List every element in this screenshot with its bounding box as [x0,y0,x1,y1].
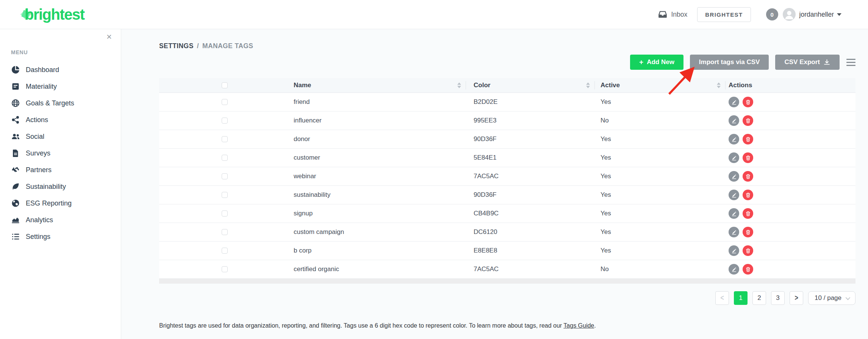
pagination-prev-button[interactable]: < [715,291,729,305]
pagination-page-2[interactable]: 2 [752,291,766,305]
tag-name: webinar [290,167,466,185]
tag-active: Yes [595,186,726,204]
tag-color: 90D36F [466,130,595,148]
trash-icon [745,192,751,198]
edit-tag-button[interactable] [729,97,739,107]
tag-active: Yes [595,167,726,185]
sort-icon[interactable] [717,83,721,88]
table-row: custom campaign DC6120 Yes [159,223,855,242]
pencil-icon [731,210,737,217]
column-header-color: Color [474,82,490,89]
tag-active: No [595,260,726,278]
sidebar-item-social[interactable]: Social [0,128,121,145]
sidebar-item-goals-targets[interactable]: Goals & Targets [0,95,121,111]
sidebar-item-partners[interactable]: Partners [0,162,121,178]
trash-icon [745,229,751,235]
close-icon[interactable]: × [106,31,112,42]
pagination-page-3[interactable]: 3 [771,291,785,305]
avatar[interactable] [783,8,796,21]
inbox-label: Inbox [671,11,687,19]
share-nodes-icon [11,115,20,124]
sidebar-item-materiality[interactable]: Materiality [0,78,121,95]
trash-icon [745,118,751,124]
brightest-logo[interactable]: brightest [17,5,84,24]
sidebar-item-actions[interactable]: Actions [0,111,121,128]
edit-tag-button[interactable] [729,227,739,237]
row-checkbox[interactable] [222,118,228,124]
row-checkbox[interactable] [222,173,228,179]
row-checkbox[interactable] [222,192,228,198]
sidebar-item-label: Social [26,133,44,141]
notification-badge: 0 [766,8,778,20]
edit-tag-button[interactable] [729,245,739,256]
delete-tag-button[interactable] [743,190,753,200]
document-bars-icon [11,82,20,91]
page-size-label: 10 / page [815,294,841,302]
table-scrollbar-track[interactable] [159,279,855,284]
org-switcher-button[interactable]: BRIGHTEST [697,7,751,22]
select-all-checkbox[interactable] [222,82,228,88]
sidebar-item-label: Settings [26,233,50,241]
edit-tag-button[interactable] [729,190,739,200]
edit-tag-button[interactable] [729,134,739,144]
sidebar-item-esg-reporting[interactable]: ESG Reporting [0,195,121,212]
row-checkbox[interactable] [222,210,228,217]
trash-icon [745,173,751,180]
row-checkbox[interactable] [222,155,228,161]
delete-tag-button[interactable] [743,134,753,144]
table-menu-icon[interactable] [846,57,855,67]
delete-tag-button[interactable] [743,227,753,237]
delete-tag-button[interactable] [743,97,753,107]
sidebar-item-settings[interactable]: Settings [0,228,121,245]
edit-tag-button[interactable] [729,264,739,275]
csv-export-button[interactable]: CSV Export [775,55,840,70]
sidebar-item-dashboard[interactable]: Dashboard [0,61,121,78]
right-arrow-icon: > [794,294,798,303]
sidebar-item-label: Materiality [26,83,57,91]
pencil-icon [731,192,737,198]
sidebar-item-sustainability[interactable]: Sustainability [0,178,121,195]
delete-tag-button[interactable] [743,208,753,219]
user-menu[interactable]: jordanheller [799,11,841,19]
breadcrumb-separator: / [197,42,199,50]
trash-icon [745,266,751,273]
table-row: friend B2D02E Yes [159,93,855,111]
tags-guide-link[interactable]: Tags Guide [563,322,594,329]
row-checkbox[interactable] [222,99,228,105]
breadcrumb-settings[interactable]: SETTINGS [159,42,194,50]
leaf-icon [11,182,20,191]
tag-active: Yes [595,93,726,111]
inbox-button[interactable]: Inbox [658,9,687,19]
delete-tag-button[interactable] [743,171,753,182]
toolbar: + Add New Import tags via CSV CSV Export [159,55,855,70]
sidebar-item-label: Sustainability [26,183,66,191]
menu-section-label: MENU [11,49,121,55]
edit-tag-button[interactable] [729,152,739,163]
delete-tag-button[interactable] [743,115,753,126]
import-csv-button[interactable]: Import tags via CSV [690,55,769,70]
sort-icon[interactable] [457,83,461,88]
pagination-page-1[interactable]: 1 [734,291,748,305]
trash-icon [745,155,751,161]
column-header-active: Active [601,82,620,89]
delete-tag-button[interactable] [743,152,753,163]
edit-tag-button[interactable] [729,171,739,182]
page-size-select[interactable]: 10 / page [808,291,855,305]
tag-name: signup [290,204,466,223]
delete-tag-button[interactable] [743,264,753,275]
edit-tag-button[interactable] [729,115,739,126]
sidebar-item-analytics[interactable]: Analytics [0,212,121,228]
inbox-icon [658,9,668,19]
sidebar-item-surveys[interactable]: Surveys [0,145,121,162]
delete-tag-button[interactable] [743,245,753,256]
sort-icon[interactable] [586,83,590,88]
row-checkbox[interactable] [222,266,228,272]
add-new-button[interactable]: + Add New [630,55,683,70]
row-checkbox[interactable] [222,248,228,254]
row-checkbox[interactable] [222,229,228,235]
edit-tag-button[interactable] [729,208,739,219]
table-row: b corp E8E8E8 Yes [159,242,855,260]
row-checkbox[interactable] [222,136,228,142]
pagination-next-button[interactable]: > [790,291,803,305]
pencil-icon [731,173,737,180]
